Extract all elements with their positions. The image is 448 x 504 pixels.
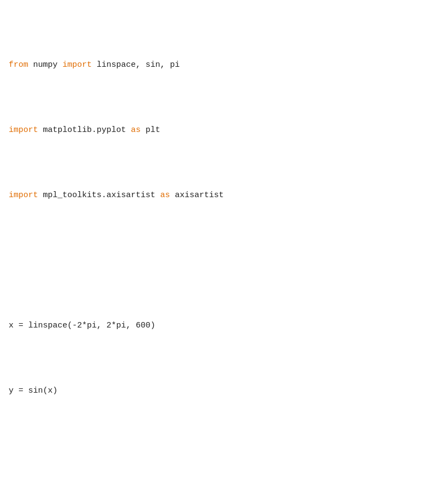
kw-import: import	[62, 60, 92, 70]
text-matplotlib: matplotlib.pyplot	[38, 125, 131, 135]
code-line-7	[9, 450, 439, 463]
text-mpl: mpl_toolkits.axisartist	[38, 191, 160, 200]
text-x-linspace: x = linspace(-2*pi, 2*pi, 600)	[9, 321, 155, 330]
text-plt: plt	[141, 125, 160, 135]
kw-import2: import	[9, 125, 38, 135]
code-line-3: import mpl_toolkits.axisartist as axisar…	[9, 189, 439, 202]
kw-from: from	[9, 60, 28, 70]
code-line-4	[9, 254, 439, 267]
text-numpy: numpy	[28, 60, 62, 70]
code-line-6: y = sin(x)	[9, 385, 439, 398]
kw-as2: as	[160, 191, 170, 200]
code-line-5: x = linspace(-2*pi, 2*pi, 600)	[9, 319, 439, 332]
kw-as: as	[131, 125, 141, 135]
text-axisartist: axisartist	[170, 191, 224, 200]
code-block: from numpy import linspace, sin, pi impo…	[9, 7, 439, 504]
kw-import3: import	[9, 191, 38, 200]
text-y-sin: y = sin(x)	[9, 386, 58, 395]
code-line-2: import matplotlib.pyplot as plt	[9, 124, 439, 137]
code-line-1: from numpy import linspace, sin, pi	[9, 59, 439, 72]
page-wrapper: from numpy import linspace, sin, pi impo…	[9, 7, 439, 504]
text-linspace: linspace, sin, pi	[92, 60, 180, 70]
